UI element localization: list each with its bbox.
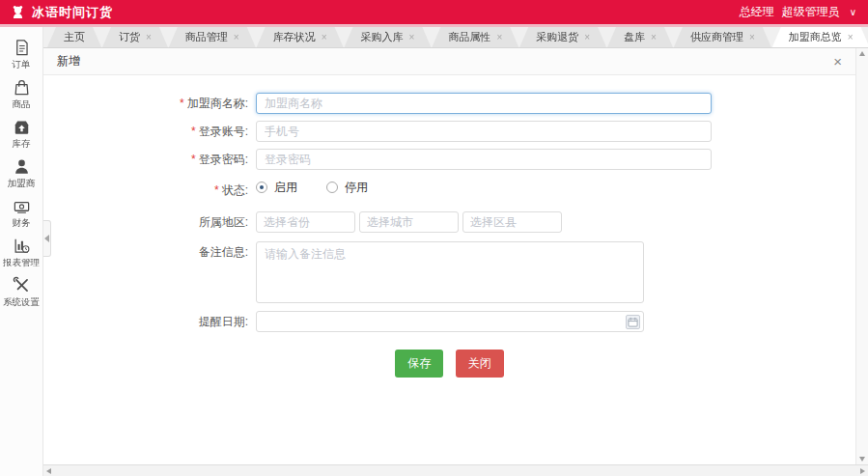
sidebar-item-label: 报表管理 bbox=[1, 256, 42, 268]
sidebar-item-goods[interactable]: 商品 bbox=[0, 75, 42, 115]
sidebar-item-label: 商品 bbox=[1, 98, 42, 110]
sidebar-item-reports[interactable]: 报表管理 bbox=[0, 234, 42, 273]
field-label-franchisee-name: *加盟商名称: bbox=[43, 93, 256, 114]
app-title: 冰语时间订货 bbox=[32, 4, 113, 21]
panel-close-icon[interactable]: × bbox=[833, 54, 842, 69]
status-option-enabled[interactable]: 启用 bbox=[256, 180, 297, 196]
field-label-remark: 备注信息: bbox=[43, 241, 256, 263]
required-asterisk: * bbox=[214, 183, 219, 197]
goods-icon bbox=[13, 78, 31, 97]
tab-label: 供应商管理 bbox=[690, 27, 743, 47]
tab-stocktake[interactable]: 盘库 × bbox=[607, 27, 673, 47]
login-account-input[interactable] bbox=[256, 121, 712, 142]
tab-close-icon[interactable]: × bbox=[651, 33, 657, 42]
status-radio-group: 启用 停用 bbox=[256, 180, 368, 195]
tab-label: 商品管理 bbox=[185, 27, 228, 47]
field-label-remind-date: 提醒日期: bbox=[43, 311, 256, 332]
tab-label: 主页 bbox=[64, 27, 85, 47]
horizontal-scrollbar[interactable] bbox=[43, 464, 868, 476]
inventory-icon bbox=[13, 118, 31, 136]
user-menu[interactable]: 总经理 超级管理员 ∨ bbox=[740, 4, 856, 20]
scroll-left-icon[interactable] bbox=[46, 468, 51, 474]
panel-header: 新增 × bbox=[43, 48, 855, 75]
sidebar-item-franchisee[interactable]: 加盟商 bbox=[0, 154, 42, 194]
tab-franchisee-overview[interactable]: 加盟商总览 × bbox=[772, 27, 868, 47]
tab-home[interactable]: 主页 bbox=[47, 27, 101, 47]
field-label-login-password: *登录密码: bbox=[43, 149, 256, 170]
field-label-login-account: *登录账号: bbox=[43, 121, 256, 142]
tab-label: 采购入库 bbox=[361, 27, 404, 47]
remind-date-input[interactable] bbox=[256, 311, 644, 332]
sidebar-item-inventory[interactable]: 库存 bbox=[0, 115, 42, 154]
user-role: 总经理 bbox=[740, 4, 774, 20]
tab-product-attributes[interactable]: 商品属性 × bbox=[432, 27, 518, 47]
field-label-status: *状态: bbox=[43, 180, 256, 201]
sidebar-item-label: 系统设置 bbox=[1, 295, 42, 308]
sidebar-item-label: 订单 bbox=[1, 58, 42, 70]
remind-date-box bbox=[256, 311, 644, 332]
tab-close-icon[interactable]: × bbox=[146, 33, 152, 42]
scroll-up-icon[interactable] bbox=[859, 51, 865, 56]
tab-purchase-inbound[interactable]: 采购入库 × bbox=[345, 27, 432, 47]
sidebar-item-finance[interactable]: 财务 bbox=[0, 194, 42, 234]
top-header: 冰语时间订货 总经理 超级管理员 ∨ bbox=[0, 0, 868, 24]
report-icon bbox=[13, 237, 31, 255]
tab-close-icon[interactable]: × bbox=[848, 33, 854, 42]
tab-close-icon[interactable]: × bbox=[322, 33, 327, 42]
collapse-left-icon bbox=[44, 235, 49, 242]
close-button[interactable]: 关闭 bbox=[456, 350, 504, 378]
chevron-down-icon: ∨ bbox=[850, 7, 856, 17]
tab-label: 加盟商总览 bbox=[789, 27, 842, 47]
region-select-group bbox=[256, 211, 562, 233]
finance-icon bbox=[13, 197, 31, 215]
tab-purchase-returns[interactable]: 采购退货 × bbox=[519, 27, 606, 47]
sidebar: 订单 商品 库存 加盟商 bbox=[0, 27, 43, 476]
tab-close-icon[interactable]: × bbox=[584, 33, 590, 42]
sidebar-collapse-handle[interactable] bbox=[43, 220, 51, 257]
tab-inventory-status[interactable]: 库存状况 × bbox=[257, 27, 344, 47]
tab-label: 商品属性 bbox=[448, 27, 490, 47]
remark-textarea[interactable] bbox=[256, 241, 644, 303]
sidebar-item-settings[interactable]: 系统设置 bbox=[0, 273, 42, 313]
user-name: 超级管理员 bbox=[782, 4, 840, 20]
login-password-input[interactable] bbox=[256, 149, 712, 170]
franchisee-name-input[interactable] bbox=[256, 93, 712, 114]
sidebar-item-label: 库存 bbox=[1, 137, 42, 150]
tab-close-icon[interactable]: × bbox=[496, 33, 502, 42]
tab-label: 订货 bbox=[119, 27, 140, 47]
tab-close-icon[interactable]: × bbox=[234, 33, 239, 42]
sidebar-item-label: 财务 bbox=[1, 216, 42, 229]
radio-unselected-icon bbox=[326, 182, 338, 193]
tab-ordering[interactable]: 订货 × bbox=[102, 27, 168, 47]
city-select[interactable] bbox=[359, 211, 459, 233]
tab-label: 库存状况 bbox=[273, 27, 316, 47]
required-asterisk: * bbox=[180, 97, 184, 110]
form-actions: 保存 关闭 bbox=[43, 350, 855, 378]
save-button[interactable]: 保存 bbox=[395, 350, 443, 378]
brand-logo-icon bbox=[10, 4, 26, 20]
tab-label: 盘库 bbox=[624, 27, 645, 47]
scroll-down-icon[interactable] bbox=[859, 457, 865, 462]
tab-close-icon[interactable]: × bbox=[409, 33, 415, 42]
province-select[interactable] bbox=[256, 211, 355, 233]
tab-product-management[interactable]: 商品管理 × bbox=[169, 27, 256, 47]
settings-icon bbox=[13, 276, 31, 294]
district-select[interactable] bbox=[462, 211, 562, 233]
app-window: 冰语时间订货 总经理 超级管理员 ∨ 订单 商品 bbox=[0, 0, 868, 476]
radio-label: 停用 bbox=[345, 180, 368, 196]
new-franchisee-form: *加盟商名称: *登录账号: *登录密码: bbox=[43, 75, 855, 378]
tab-bar: 主页 订货 × 商品管理 × 库存状况 × 采购入库 × bbox=[43, 27, 868, 48]
sidebar-item-orders[interactable]: 订单 bbox=[0, 36, 42, 75]
tab-supplier-management[interactable]: 供应商管理 × bbox=[674, 27, 771, 47]
status-option-disabled[interactable]: 停用 bbox=[326, 180, 368, 196]
order-icon bbox=[13, 39, 31, 57]
tab-close-icon[interactable]: × bbox=[749, 33, 755, 42]
scroll-right-icon[interactable] bbox=[860, 468, 865, 474]
vertical-scrollbar[interactable] bbox=[855, 48, 868, 464]
required-asterisk: * bbox=[191, 125, 196, 138]
field-label-region: 所属地区: bbox=[43, 211, 256, 233]
tab-label: 采购退货 bbox=[536, 27, 578, 47]
calendar-icon[interactable] bbox=[626, 315, 640, 329]
panel-title: 新增 bbox=[57, 53, 80, 70]
radio-selected-icon bbox=[256, 182, 267, 193]
